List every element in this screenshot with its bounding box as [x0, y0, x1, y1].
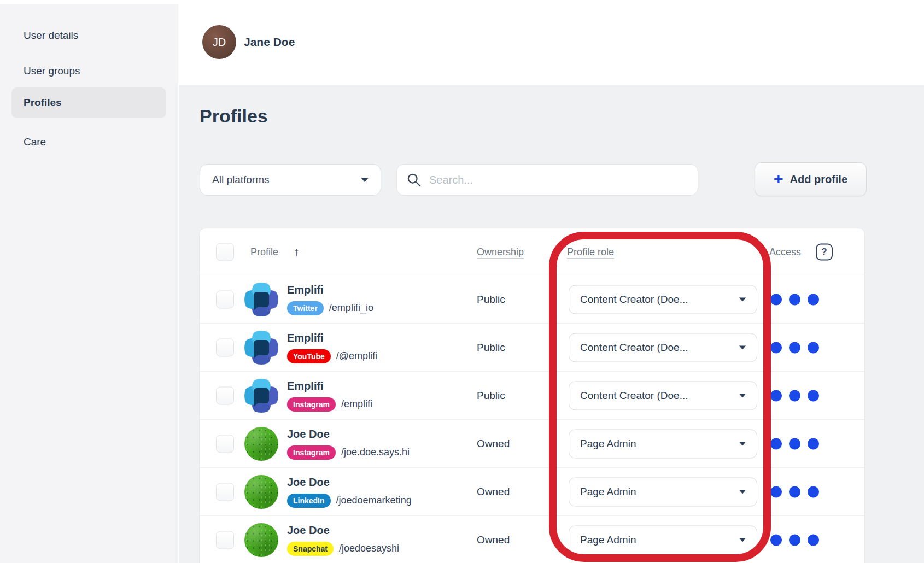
access-dot [808, 294, 819, 305]
access-dot [808, 534, 819, 546]
profile-avatar [244, 283, 278, 316]
help-icon[interactable]: ? [816, 243, 833, 260]
chevron-down-icon [739, 442, 746, 445]
profile-handle: /joedoesayshi [339, 543, 399, 554]
access-dot [808, 486, 819, 497]
profile-cell: Joe Doe Instagram /joe.doe.says.hi [287, 427, 410, 459]
settings-sidebar: User details User groups Profiles Care [0, 4, 178, 563]
avatar-initials: JD [213, 36, 226, 49]
profile-avatar [244, 427, 278, 461]
sort-ascending-icon[interactable]: ↑ [294, 245, 300, 259]
add-profile-button[interactable]: + Add profile [755, 162, 867, 196]
profile-handle: /emplifi [341, 398, 372, 410]
ownership-value: Owned [477, 438, 510, 450]
sidebar-item-user-details[interactable]: User details [11, 20, 166, 51]
sidebar-item-label: Care [24, 136, 46, 148]
row-checkbox[interactable] [216, 435, 234, 453]
avatar: JD [202, 25, 236, 59]
profile-name: Joe Doe [287, 427, 410, 440]
row-checkbox[interactable] [216, 483, 234, 501]
row-checkbox[interactable] [216, 531, 234, 549]
access-dots [770, 390, 819, 401]
profile-role-dropdown[interactable]: Content Creator (Doe... [569, 285, 757, 314]
access-dot [808, 438, 819, 449]
sidebar-item-label: User details [24, 30, 78, 42]
column-header-profile[interactable]: Profile [250, 246, 278, 257]
table-row: Emplifi Instagram /emplifi Public Conten… [200, 371, 864, 419]
access-dot [789, 390, 800, 401]
sidebar-item-label: Profiles [24, 97, 62, 109]
profile-handle: /@emplifi [336, 350, 377, 362]
user-name: Jane Doe [244, 0, 295, 84]
access-dots [770, 294, 819, 305]
profile-cell: Emplifi Instagram /emplifi [287, 379, 372, 411]
ownership-value: Owned [477, 486, 510, 498]
profile-avatar [244, 379, 278, 413]
ownership-value: Owned [477, 534, 510, 546]
column-header-ownership[interactable]: Ownership [477, 246, 524, 257]
row-checkbox[interactable] [216, 290, 234, 308]
add-profile-label: Add profile [790, 173, 847, 186]
access-dot [770, 534, 782, 546]
platform-filter-select[interactable]: All platforms [200, 164, 381, 196]
chevron-down-icon [739, 538, 746, 542]
profile-name: Emplifi [287, 379, 372, 392]
sidebar-item-user-groups[interactable]: User groups [11, 56, 166, 86]
profile-role-value: Page Admin [580, 486, 636, 498]
profile-handle: /joedoemarketing [336, 495, 412, 506]
profile-role-dropdown[interactable]: Page Admin [569, 477, 757, 506]
access-dots [770, 438, 819, 449]
page-title: Profiles [200, 105, 268, 127]
emplifi-logo-icon [254, 388, 269, 403]
access-dot [770, 342, 782, 353]
access-dots [770, 534, 819, 546]
profiles-table: Profile ↑ Ownership Profile role Access … [200, 228, 864, 563]
row-checkbox[interactable] [216, 386, 234, 404]
chevron-down-icon [739, 345, 746, 349]
ownership-value: Public [477, 390, 505, 402]
search-box[interactable] [396, 164, 698, 196]
emplifi-logo-icon [254, 340, 269, 355]
chevron-down-icon [739, 297, 746, 301]
access-dot [770, 294, 782, 305]
profile-avatar [244, 523, 278, 557]
access-dots [770, 342, 819, 353]
access-dot [789, 486, 800, 497]
profile-cell: Joe Doe Snapchat /joedoesayshi [287, 524, 399, 555]
access-dot [789, 342, 800, 353]
profile-name: Emplifi [287, 331, 377, 344]
chevron-down-icon [739, 394, 746, 397]
ownership-value: Public [477, 294, 505, 306]
sidebar-item-care[interactable]: Care [11, 127, 166, 157]
column-header-profile-role[interactable]: Profile role [567, 246, 614, 257]
profile-avatar [244, 331, 278, 365]
chevron-down-icon [739, 490, 746, 494]
profile-role-value: Content Creator (Doe... [580, 390, 688, 402]
ownership-value: Public [477, 342, 505, 354]
column-header-access: Access [769, 246, 801, 257]
access-dot [789, 534, 800, 546]
platform-filter-value: All platforms [212, 174, 270, 186]
sidebar-item-profiles[interactable]: Profiles [11, 87, 166, 118]
table-row: Joe Doe LinkedIn /joedoemarketing Owned … [200, 467, 864, 515]
profile-role-dropdown[interactable]: Content Creator (Doe... [569, 381, 757, 410]
profile-role-dropdown[interactable]: Page Admin [569, 525, 757, 554]
table-row: Joe Doe Instagram /joe.doe.says.hi Owned… [200, 419, 864, 467]
profile-handle: /emplifi_io [329, 302, 373, 314]
row-checkbox[interactable] [216, 338, 234, 356]
profile-avatar [244, 475, 278, 509]
table-header-row: Profile ↑ Ownership Profile role Access … [200, 228, 864, 275]
table-row: Emplifi YouTube /@emplifi Public Content… [200, 323, 864, 371]
profile-name: Emplifi [287, 283, 373, 296]
select-all-checkbox[interactable] [216, 243, 234, 261]
access-dot [789, 438, 800, 449]
platform-badge: Twitter [287, 301, 324, 315]
profile-role-dropdown[interactable]: Page Admin [569, 429, 757, 458]
search-input[interactable] [429, 174, 688, 186]
profile-role-dropdown[interactable]: Content Creator (Doe... [569, 333, 757, 362]
table-body: Emplifi Twitter /emplifi_io Public Conte… [200, 275, 864, 563]
plus-icon: + [774, 171, 783, 187]
chevron-down-icon [361, 178, 369, 182]
platform-badge: Snapchat [287, 541, 334, 555]
search-icon [407, 173, 422, 187]
